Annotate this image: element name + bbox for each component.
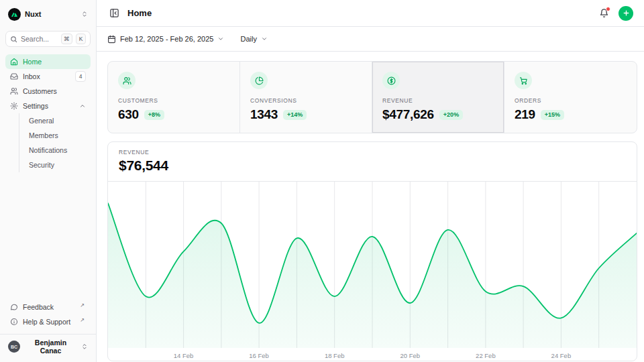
svg-text:20 Feb: 20 Feb [400,352,421,359]
stat-delta-badge: +15% [541,110,564,120]
stat-delta-badge: +20% [439,110,463,120]
notifications-button[interactable] [597,7,610,20]
revenue-area-chart[interactable]: 14 Feb16 Feb18 Feb20 Feb22 Feb24 Feb [108,182,637,361]
chevron-down-icon [217,36,224,42]
main-area: Home Feb 12, 2025 - Feb 26, 2025 Daily [97,0,644,362]
search-placeholder: Search... [21,35,58,43]
date-range-value: Feb 12, 2025 - Feb 26, 2025 [120,35,213,43]
sidebar-item-notifications[interactable]: Notifications [23,143,91,158]
sidebar-item-members[interactable]: Members [23,128,91,143]
divider [0,334,96,335]
settings-subnav: General Members Notifications Security [19,113,91,172]
sidebar-nav: Home Inbox 4 Customers Settings General … [5,54,91,172]
cart-icon [515,72,532,89]
chevron-up-icon [79,103,86,109]
sidebar-item-settings[interactable]: Settings [5,99,91,113]
stat-value: $477,626 [382,107,434,122]
stat-card-revenue[interactable]: REVENUE $477,626 +20% [372,62,504,133]
stat-label: CUSTOMERS [118,97,229,104]
inbox-icon [10,72,18,80]
stat-value: 1343 [250,107,278,122]
sidebar-item-customers[interactable]: Customers [5,84,91,99]
page-title: Home [127,8,152,18]
svg-text:16 Feb: 16 Feb [249,352,269,359]
workspace-name: Nuxt [25,10,77,18]
nuxt-logo [8,8,21,21]
home-icon [10,58,18,66]
external-link-icon: ↗ [80,317,85,323]
chevron-down-icon [261,36,268,42]
pie-chart-icon [250,72,268,89]
sidebar-item-help-support[interactable]: Help & Support ↗ [5,314,91,329]
notification-dot [606,7,610,11]
chart-title: REVENUE [119,149,626,156]
inbox-count-badge: 4 [75,71,86,82]
users-icon [10,87,18,95]
chat-bubble-icon [10,303,18,311]
workspace-switcher[interactable]: Nuxt [5,5,91,23]
avatar: BC [8,341,20,353]
chevrons-up-down-icon [81,11,88,17]
user-menu[interactable]: BC Benjamin Canac [5,337,91,357]
chart-header: REVENUE $76,544 [108,142,637,182]
stat-delta-badge: +14% [283,110,307,120]
info-circle-icon [10,318,18,326]
topbar: Home [97,0,644,27]
sidebar-item-feedback[interactable]: Feedback ↗ [5,300,91,314]
kbd-cmd: ⌘ [61,34,73,44]
stat-label: ORDERS [515,97,627,104]
date-range-picker[interactable]: Feb 12, 2025 - Feb 26, 2025 [107,35,224,44]
svg-text:18 Feb: 18 Feb [325,352,345,359]
revenue-chart-card: REVENUE $76,544 14 Feb16 Feb18 Feb20 Feb… [107,141,637,361]
dashboard-content: CUSTOMERS 630 +8% CONVERSIONS 1343 +14% [97,52,644,362]
svg-text:24 Feb: 24 Feb [551,352,572,359]
panel-left-close-icon [109,8,119,18]
plus-icon [623,9,630,17]
stat-delta-badge: +8% [144,110,164,120]
stat-card-customers[interactable]: CUSTOMERS 630 +8% [108,62,240,133]
stat-label: REVENUE [382,97,494,104]
sidebar-item-home[interactable]: Home [5,54,91,69]
dollar-circle-icon [382,72,400,89]
svg-text:22 Feb: 22 Feb [476,352,496,359]
users-icon [118,72,136,89]
sidebar-collapse-button[interactable] [107,7,121,20]
filter-bar: Feb 12, 2025 - Feb 26, 2025 Daily [97,27,644,52]
stat-card-conversions[interactable]: CONVERSIONS 1343 +14% [240,62,372,133]
sidebar-item-security[interactable]: Security [23,158,91,172]
period-select[interactable]: Daily [240,35,267,43]
kbd-k: K [76,34,86,44]
sidebar-item-general[interactable]: General [23,113,91,128]
add-button[interactable] [619,6,633,21]
stat-label: CONVERSIONS [250,97,362,104]
stat-value: 630 [118,107,139,122]
user-name: Benjamin Canac [24,339,77,355]
period-value: Daily [240,35,256,43]
sidebar: Nuxt Search... ⌘ K Home Inbox 4 Customer… [0,0,97,362]
gear-icon [10,102,18,110]
chevrons-up-down-icon [81,343,88,350]
svg-text:14 Feb: 14 Feb [174,352,194,359]
calendar-icon [107,35,116,44]
revenue-area-chart-svg: 14 Feb16 Feb18 Feb20 Feb22 Feb24 Feb [108,182,637,361]
search-input[interactable]: Search... ⌘ K [5,31,91,47]
search-icon [10,36,17,43]
stat-card-orders[interactable]: ORDERS 219 +15% [504,62,637,133]
sidebar-item-inbox[interactable]: Inbox 4 [5,69,91,84]
chart-total-value: $76,544 [119,158,626,174]
stat-value: 219 [515,107,535,122]
external-link-icon: ↗ [80,302,85,308]
stats-row: CUSTOMERS 630 +8% CONVERSIONS 1343 +14% [107,61,637,133]
